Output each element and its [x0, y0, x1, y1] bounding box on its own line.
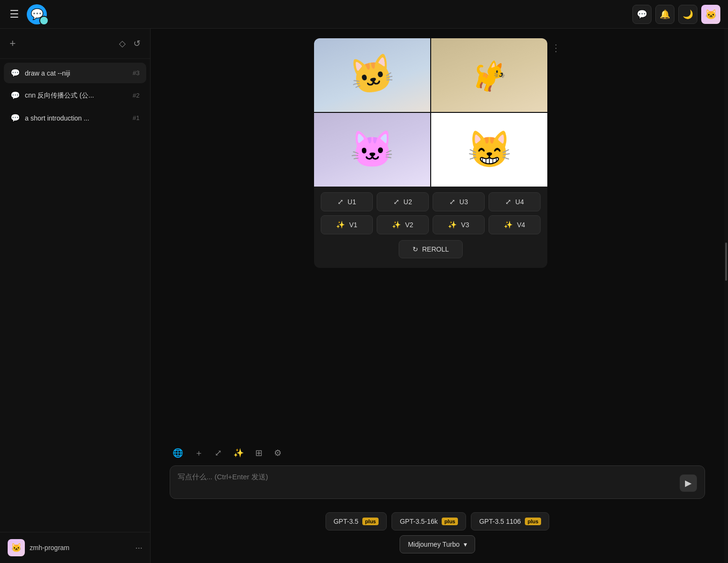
u3-maximize-icon: ⤢ [449, 198, 456, 206]
user-name: zmh-program [30, 544, 69, 552]
v3-button[interactable]: ✨ V3 [433, 215, 485, 234]
settings-button[interactable]: ⚙ [271, 445, 284, 461]
v3-wand-icon: ✨ [448, 221, 457, 229]
gpt351106-button[interactable]: GPT-3.5 1106 plus [471, 512, 549, 530]
plus-icon: + [10, 37, 16, 49]
expand-button[interactable]: ⤢ [212, 445, 225, 461]
cat-cell-2: 🐈 [431, 38, 547, 112]
midjourney-row: Midjourney Turbo ▾ [170, 535, 705, 553]
user-more-button[interactable]: ··· [135, 543, 142, 553]
cat-figure-2: 🐈 [431, 38, 547, 112]
u4-label: U4 [515, 198, 524, 206]
cat-figure-3: 🐱 [314, 113, 430, 187]
logo-bubble: 💬 [31, 8, 43, 21]
message-actions: ⋮ [551, 38, 561, 268]
gpt351106-plus-badge: plus [525, 518, 542, 525]
user-avatar: 🐱 [8, 539, 25, 556]
action-buttons: ⤢ U1 ⤢ U2 ⤢ U3 [314, 187, 547, 268]
sidebar-items: 💬 draw a cat --niji #3 💬 cnn 反向传播公式 (公..… [0, 59, 150, 532]
u3-button[interactable]: ⤢ U3 [433, 192, 485, 211]
sidebar-toolbar: + ◇ ↺ [0, 29, 150, 59]
user-info: 🐱 zmh-program [8, 539, 69, 556]
message-container: 🐱 🐈 🐱 😸 [170, 38, 705, 268]
v1-label: V1 [349, 221, 357, 229]
bell-icon: 🔔 [660, 9, 670, 20]
midjourney-button[interactable]: Midjourney Turbo ▾ [400, 535, 475, 553]
v-buttons-row: ✨ V1 ✨ V2 ✨ V3 [321, 215, 541, 234]
chat-icon: 💬 [637, 9, 647, 20]
sidebar-item-left: 💬 draw a cat --niji [11, 68, 70, 77]
bell-button[interactable]: 🔔 [655, 5, 674, 24]
v1-button[interactable]: ✨ V1 [321, 215, 373, 234]
gpt3516k-button[interactable]: GPT-3.5-16k plus [391, 512, 466, 530]
sidebar-item-num-3: #1 [133, 114, 140, 121]
sidebar-item-draw-cat[interactable]: 💬 draw a cat --niji #3 [4, 63, 146, 83]
midjourney-arrow-icon: ▾ [464, 541, 467, 548]
cat-cell-3: 🐱 [314, 113, 430, 187]
chat-bubble-icon: 💬 [11, 68, 20, 77]
gear-icon: ⚙ [274, 448, 282, 458]
new-chat-button[interactable]: + [8, 35, 18, 52]
cat-cell-4: 😸 [431, 113, 547, 187]
send-icon: ▶ [685, 478, 692, 488]
sidebar: + ◇ ↺ 💬 draw a cat --niji #3 [0, 29, 151, 563]
chat-input[interactable] [178, 473, 675, 492]
chat-bubble-icon-3: 💬 [11, 113, 20, 122]
theme-toggle-button[interactable]: 🌙 [678, 5, 697, 24]
u4-button[interactable]: ⤢ U4 [489, 192, 541, 211]
scrollbar-area [724, 29, 728, 563]
cat-figure-1: 🐱 [314, 38, 430, 112]
v4-button[interactable]: ✨ V4 [489, 215, 541, 234]
logo-icon: 💬 [27, 4, 47, 24]
refresh-button[interactable]: ↺ [131, 36, 142, 51]
v2-wand-icon: ✨ [392, 221, 401, 229]
eraser-button[interactable]: ◇ [117, 36, 128, 51]
wand-button[interactable]: ✨ [230, 445, 247, 461]
u1-button[interactable]: ⤢ U1 [321, 192, 373, 211]
model-selectors: GPT-3.5 plus GPT-3.5-16k plus GPT-3.5 11… [151, 507, 724, 563]
chat-area: 🐱 🐈 🐱 😸 [151, 29, 724, 563]
gpt3516k-plus-badge: plus [442, 518, 458, 525]
midjourney-label: Midjourney Turbo [408, 541, 459, 548]
eraser-icon: ◇ [119, 39, 126, 48]
reroll-button[interactable]: ↻ REROLL [399, 240, 463, 258]
sidebar-item-left-2: 💬 cnn 反向传播公式 (公... [11, 91, 94, 100]
u1-label: U1 [348, 198, 356, 206]
cat-cell-1: 🐱 [314, 38, 430, 112]
v1-wand-icon: ✨ [336, 221, 345, 229]
sidebar-item-num-2: #2 [133, 92, 140, 99]
moon-icon: 🌙 [683, 9, 693, 20]
image-card: 🐱 🐈 🐱 😸 [314, 38, 547, 268]
sidebar-item-title-3: a short introduction ... [25, 114, 89, 122]
sidebar-item-intro[interactable]: 💬 a short introduction ... #1 [4, 108, 146, 128]
user-avatar-button[interactable]: 🐱 [701, 5, 720, 24]
more-options-button[interactable]: ⋮ [551, 42, 561, 54]
u2-label: U2 [403, 198, 412, 206]
expand-icon: ⤢ [215, 448, 222, 458]
topbar-right: 💬 🔔 🌙 🐱 [632, 5, 720, 24]
scrollbar-thumb[interactable] [725, 243, 727, 281]
globe-button[interactable]: 🌐 [170, 445, 186, 461]
u4-maximize-icon: ⤢ [505, 198, 511, 206]
gpt351106-label: GPT-3.5 1106 [479, 518, 521, 525]
refresh-icon: ↺ [133, 39, 141, 48]
chat-icon-button[interactable]: 💬 [632, 5, 652, 24]
hamburger-button[interactable]: ☰ [8, 6, 21, 22]
grid-button[interactable]: ⊞ [252, 445, 265, 461]
v2-label: V2 [405, 221, 413, 229]
sidebar-toolbar-right: ◇ ↺ [117, 36, 142, 51]
send-button[interactable]: ▶ [680, 475, 697, 492]
u2-button[interactable]: ⤢ U2 [377, 192, 429, 211]
globe-icon: 🌐 [173, 448, 183, 458]
input-toolbar: 🌐 ＋ ⤢ ✨ ⊞ ⚙ [151, 441, 724, 465]
sidebar-item-cnn[interactable]: 💬 cnn 反向传播公式 (公... #2 [4, 85, 146, 106]
attach-button[interactable]: ＋ [192, 444, 206, 462]
u3-label: U3 [459, 198, 468, 206]
u2-maximize-icon: ⤢ [393, 198, 400, 206]
v2-button[interactable]: ✨ V2 [377, 215, 429, 234]
v4-wand-icon: ✨ [504, 221, 513, 229]
topbar: ☰ 💬 💬 🔔 🌙 🐱 [0, 0, 728, 29]
gpt35-button[interactable]: GPT-3.5 plus [326, 512, 387, 530]
avatar-image: 🐱 [701, 5, 720, 24]
plus-icon: ＋ [195, 448, 203, 458]
